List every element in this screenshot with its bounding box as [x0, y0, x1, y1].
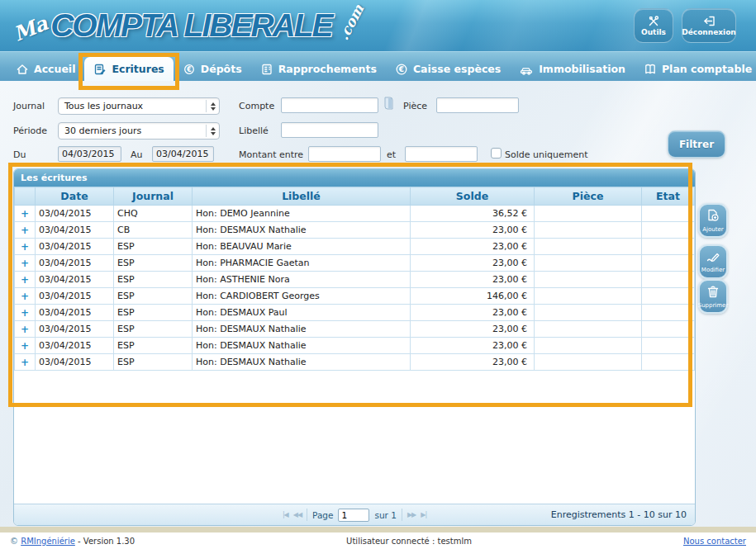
- tab-immobilisation[interactable]: Immobilisation: [510, 57, 635, 81]
- col-expander: [15, 187, 36, 206]
- connected-user-text: Utilisateur connecté : testmlm: [346, 537, 472, 546]
- cell-libelle: Hon: BEAUVAU Marie: [193, 239, 411, 255]
- table-row[interactable]: + 03/04/2015 ESP Hon: DESMAUX Nathalie 2…: [15, 354, 695, 371]
- page-input[interactable]: [338, 509, 369, 522]
- solde-uniquement-checkbox[interactable]: [491, 148, 502, 159]
- immobilisation-icon: [519, 63, 534, 76]
- cell-journal: ESP: [114, 305, 193, 321]
- contact-link[interactable]: Nous contacter: [683, 537, 746, 546]
- cell-libelle: Hon: DESMAUX Nathalie: [193, 321, 411, 338]
- tab-label: Plan comptable: [662, 63, 752, 75]
- cell-solde: 146,00 €: [411, 288, 535, 305]
- ajouter-button[interactable]: Ajouter: [698, 203, 728, 238]
- table-row[interactable]: + 03/04/2015 ESP Hon: ASTHENIE Nora 23,0…: [15, 272, 695, 288]
- pagination-bar: |◀ ◀◀ Page sur 1 ▶▶ ▶| Enregistrements 1…: [14, 504, 695, 525]
- piece-input[interactable]: [436, 97, 519, 113]
- col-date[interactable]: Date: [36, 187, 114, 206]
- cell-journal: ESP: [114, 321, 193, 338]
- table-row[interactable]: + 03/04/2015 ESP Hon: BEAUVAU Marie 23,0…: [15, 239, 695, 255]
- deconnexion-button[interactable]: Déconnexion: [682, 8, 736, 43]
- supprimer-button[interactable]: Supprimer: [698, 279, 728, 314]
- tab-label: Accueil: [34, 63, 75, 75]
- footer: © RMIngéniérie - Version 1.30 Utilisateu…: [0, 532, 756, 549]
- first-page-icon[interactable]: |◀: [283, 511, 288, 518]
- cell-etat: [642, 305, 695, 321]
- row-expander-button[interactable]: +: [15, 357, 35, 368]
- cell-journal: ESP: [114, 338, 193, 354]
- montant-min-input[interactable]: [308, 146, 381, 162]
- app-header: Ma COMPTA LIBERALE .com Outils Déconnexi…: [0, 0, 756, 51]
- journal-select-value: Tous les journaux: [64, 101, 143, 111]
- tab-plan-comptable[interactable]: Plan comptable: [635, 57, 756, 81]
- svg-text:€: €: [398, 65, 404, 73]
- cell-date: 03/04/2015: [36, 288, 114, 305]
- cell-journal: CHQ: [114, 206, 193, 222]
- periode-select[interactable]: 30 derniers jours: [58, 122, 220, 140]
- col-piece[interactable]: Pièce: [535, 187, 642, 206]
- select-stepper-icon: [206, 100, 216, 112]
- panel-title: Les écritures: [14, 169, 695, 187]
- row-expander-button[interactable]: +: [15, 340, 35, 352]
- cell-etat: [642, 239, 695, 255]
- et-label: et: [387, 149, 396, 160]
- table-body: + 03/04/2015 CHQ Hon: DEMO Jeannine 36,5…: [15, 206, 695, 371]
- cell-date: 03/04/2015: [36, 255, 114, 272]
- row-expander-button[interactable]: +: [15, 291, 35, 302]
- rapprochements-icon: [260, 63, 273, 76]
- tab-accueil[interactable]: Accueil: [7, 57, 84, 81]
- supprimer-icon: [706, 285, 720, 302]
- tab-label: Dépôts: [201, 63, 242, 75]
- col-journal[interactable]: Journal: [114, 187, 193, 206]
- ajouter-icon: [706, 208, 720, 226]
- table-row[interactable]: + 03/04/2015 CB Hon: DESMAUX Nathalie 23…: [15, 222, 695, 239]
- du-date-input[interactable]: [58, 146, 121, 162]
- tab-ecritures[interactable]: Ecritures: [84, 57, 173, 81]
- company-link[interactable]: RMIngéniérie: [21, 537, 75, 546]
- last-page-icon[interactable]: ▶|: [421, 511, 426, 518]
- cell-etat: [642, 338, 695, 354]
- cell-etat: [642, 354, 695, 371]
- cell-libelle: Hon: CARDIOBERT Georges: [193, 288, 411, 305]
- compte-input[interactable]: [281, 97, 378, 113]
- filtrer-button[interactable]: Filtrer: [668, 130, 725, 158]
- cell-etat: [642, 222, 695, 239]
- col-etat[interactable]: Etat: [642, 187, 695, 206]
- tab-rapprochements[interactable]: Rapprochements: [251, 57, 386, 81]
- row-expander-button[interactable]: +: [15, 225, 35, 236]
- journal-select[interactable]: Tous les journaux: [58, 97, 220, 115]
- page-label: Page: [312, 510, 333, 520]
- table-row[interactable]: + 03/04/2015 ESP Hon: DESMAUX Paul 23,00…: [15, 305, 695, 321]
- row-expander-button[interactable]: +: [15, 258, 35, 269]
- col-solde[interactable]: Solde: [411, 187, 535, 206]
- table-row[interactable]: + 03/04/2015 ESP Hon: CARDIOBERT Georges…: [15, 288, 695, 305]
- row-expander-button[interactable]: +: [15, 307, 35, 319]
- compte-lookup-icon[interactable]: [383, 96, 394, 114]
- table-row[interactable]: + 03/04/2015 CHQ Hon: DEMO Jeannine 36,5…: [15, 206, 695, 222]
- row-expander-button[interactable]: +: [15, 324, 35, 335]
- next-page-icon[interactable]: ▶▶: [407, 511, 416, 518]
- au-date-input[interactable]: [152, 146, 214, 162]
- cell-date: 03/04/2015: [36, 222, 114, 239]
- row-expander-button[interactable]: +: [15, 274, 35, 286]
- montant-max-input[interactable]: [405, 146, 478, 162]
- table-row[interactable]: + 03/04/2015 ESP Hon: DESMAUX Nathalie 2…: [15, 338, 695, 354]
- row-expander-button[interactable]: +: [15, 208, 35, 220]
- panel-empty-space: [14, 371, 695, 504]
- pager-divider: [307, 509, 307, 521]
- cell-date: 03/04/2015: [36, 305, 114, 321]
- cell-date: 03/04/2015: [36, 272, 114, 288]
- copyright-symbol: ©: [10, 537, 18, 546]
- tab-caisse-especes[interactable]: € Caisse espèces: [386, 57, 510, 81]
- cell-libelle: Hon: DEMO Jeannine: [193, 206, 411, 222]
- table-row[interactable]: + 03/04/2015 ESP Hon: PHARMACIE Gaetan 2…: [15, 255, 695, 272]
- row-expander-button[interactable]: +: [15, 241, 35, 253]
- tab-depots[interactable]: € Dépôts: [174, 57, 251, 81]
- modifier-button[interactable]: Modifier: [698, 244, 728, 279]
- prev-page-icon[interactable]: ◀◀: [293, 511, 302, 518]
- outils-button[interactable]: Outils: [634, 8, 673, 43]
- col-libelle[interactable]: Libellé: [193, 187, 411, 206]
- deconnexion-label: Déconnexion: [682, 28, 736, 36]
- libelle-input[interactable]: [281, 122, 378, 138]
- cell-piece: [535, 239, 642, 255]
- table-row[interactable]: + 03/04/2015 ESP Hon: DESMAUX Nathalie 2…: [15, 321, 695, 338]
